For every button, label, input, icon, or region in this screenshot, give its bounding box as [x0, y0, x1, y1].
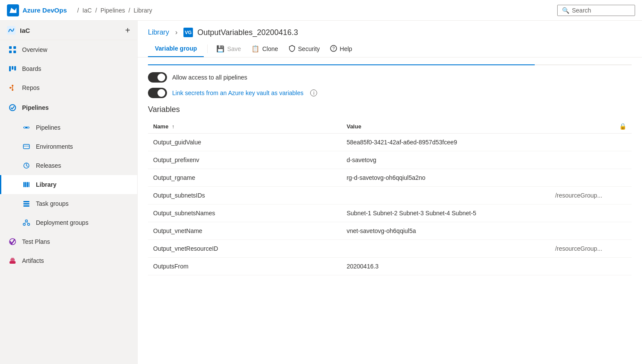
svg-text:?: ?: [333, 46, 335, 51]
add-button[interactable]: +: [125, 26, 130, 35]
clone-icon: 📋: [251, 45, 260, 53]
info-icon[interactable]: i: [310, 89, 317, 96]
sidebar-project-title: IaC: [7, 26, 30, 35]
var-value-cell: /resourceGroup...: [341, 187, 607, 204]
security-button[interactable]: Security: [283, 42, 325, 57]
toggle-knob-2: [157, 89, 165, 97]
var-value-cell: d-savetovg: [341, 151, 607, 169]
svg-rect-2: [9, 46, 12, 49]
var-lock-cell[interactable]: [607, 134, 632, 151]
var-lock-cell[interactable]: [607, 204, 632, 222]
variables-table: Name ↑ Value 🔒 Output_guidValue58ea85f0-…: [148, 119, 632, 275]
main-content: Library › VG OutputVariables_20200416.3 …: [138, 21, 642, 364]
library-icon: [22, 180, 31, 189]
sidebar-item-label: Test Plans: [22, 238, 50, 245]
topbar-breadcrumb: / IaC / Pipelines / Library: [77, 7, 557, 14]
sidebar-item-label: Deployment groups: [36, 219, 88, 226]
tab-variable-group[interactable]: Variable group: [148, 41, 204, 57]
sidebar-item-repos[interactable]: Repos: [0, 78, 137, 97]
svg-point-11: [10, 87, 11, 89]
var-lock-cell[interactable]: [607, 258, 632, 275]
lock-header-icon: 🔒: [619, 123, 626, 130]
sort-arrow: ↑: [172, 124, 174, 130]
col-header-lock: 🔒: [607, 119, 632, 134]
sidebar: IaC + Overview Boards Repos: [0, 21, 138, 364]
sidebar-item-pipelines-header[interactable]: Pipelines: [0, 97, 137, 118]
svg-rect-18: [23, 144, 29, 149]
svg-rect-27: [23, 205, 29, 207]
content-body: Allow access to all pipelines Link secre…: [138, 57, 642, 282]
toolbar-separator: [207, 45, 208, 53]
deployment-groups-icon: [22, 218, 31, 227]
iac-icon: [7, 26, 16, 35]
toggle-link-secrets[interactable]: [148, 88, 167, 98]
sidebar-item-label: Repos: [22, 84, 39, 91]
breadcrumb-sep-1: /: [95, 7, 97, 14]
var-lock-cell[interactable]: [607, 169, 632, 187]
search-box[interactable]: 🔍 Search: [557, 5, 635, 16]
var-lock-cell[interactable]: [607, 240, 632, 258]
search-icon: 🔍: [562, 7, 569, 14]
repos-icon: [8, 83, 17, 92]
help-button[interactable]: ? Help: [325, 42, 357, 57]
sidebar-item-label: Environments: [36, 143, 73, 150]
toggle-link-secrets-label[interactable]: Link secrets from an Azure key vault as …: [172, 89, 303, 96]
var-name-cell: Output_vnetName: [148, 222, 341, 240]
sidebar-item-environments[interactable]: Environments: [0, 137, 137, 156]
svg-point-9: [12, 85, 13, 86]
table-row[interactable]: Output_vnetNamevnet-savetovg-oh6qqiul5a: [148, 222, 632, 240]
sidebar-item-library[interactable]: Library: [0, 175, 137, 194]
save-button[interactable]: 💾 Save: [211, 42, 246, 56]
breadcrumb-iac[interactable]: IaC: [82, 7, 92, 14]
page-header: Library › VG OutputVariables_20200416.3: [138, 21, 642, 37]
boards-icon: [8, 64, 17, 73]
project-name: IaC: [20, 27, 30, 34]
toggle-allow-pipelines[interactable]: [148, 72, 167, 83]
sidebar-item-test-plans[interactable]: Test Plans: [0, 232, 137, 251]
sidebar-item-overview[interactable]: Overview: [0, 40, 137, 59]
var-value-cell: 58ea85f0-3421-42af-a6ed-8957d53fcee9: [341, 134, 607, 151]
breadcrumb-sep-0: /: [77, 7, 79, 14]
var-lock-cell[interactable]: [607, 222, 632, 240]
clone-button[interactable]: 📋 Clone: [246, 42, 283, 56]
library-breadcrumb-link[interactable]: Library: [148, 29, 169, 36]
svg-rect-26: [23, 203, 29, 204]
sidebar-item-label: Overview: [22, 46, 47, 53]
sidebar-item-label: Task groups: [36, 200, 68, 207]
save-label: Save: [227, 45, 241, 52]
sidebar-item-task-groups[interactable]: Task groups: [0, 194, 137, 213]
var-name-cell: Output_subnetsNames: [148, 204, 341, 222]
table-row[interactable]: Output_prefixenvd-savetovg: [148, 151, 632, 169]
topbar: Azure DevOps / IaC / Pipelines / Library…: [0, 0, 642, 21]
help-icon: ?: [330, 45, 337, 53]
logo-text: Azure DevOps: [22, 6, 67, 14]
svg-point-29: [23, 224, 26, 226]
sidebar-item-releases[interactable]: Releases: [0, 156, 137, 175]
sidebar-item-artifacts[interactable]: Artifacts: [0, 251, 137, 270]
breadcrumb-library[interactable]: Library: [134, 7, 152, 14]
table-row[interactable]: Output_subnetsNamesSubnet-1 Subnet-2 Sub…: [148, 204, 632, 222]
sidebar-item-deployment-groups[interactable]: Deployment groups: [0, 213, 137, 232]
table-row[interactable]: Output_vnetResourceID/resourceGroup...: [148, 240, 632, 258]
svg-point-30: [28, 224, 30, 226]
table-row[interactable]: OutputsFrom20200416.3: [148, 258, 632, 275]
table-row[interactable]: Output_subnetsIDs/resourceGroup...: [148, 187, 632, 204]
security-label: Security: [298, 45, 320, 52]
sidebar-item-label: Boards: [22, 65, 41, 72]
var-value-cell: /resourceGroup...: [341, 240, 607, 258]
var-lock-cell[interactable]: [607, 187, 632, 204]
table-row[interactable]: Output_guidValue58ea85f0-3421-42af-a6ed-…: [148, 134, 632, 151]
logo[interactable]: Azure DevOps: [7, 4, 67, 16]
environments-icon: [22, 142, 31, 151]
sidebar-item-pipelines[interactable]: Pipelines: [0, 118, 137, 137]
variables-section-title: Variables: [148, 105, 632, 114]
breadcrumb-pipelines[interactable]: Pipelines: [100, 7, 125, 14]
col-header-name[interactable]: Name ↑: [148, 119, 341, 134]
sidebar-item-boards[interactable]: Boards: [0, 59, 137, 78]
svg-rect-6: [9, 66, 11, 71]
svg-rect-34: [10, 261, 16, 264]
table-row[interactable]: Output_rgnamerg-d-savetovg-oh6qqiul5a2no: [148, 169, 632, 187]
var-lock-cell[interactable]: [607, 151, 632, 169]
toggle-allow-pipelines-label: Allow access to all pipelines: [172, 74, 247, 81]
sidebar-item-label: Pipelines: [36, 124, 61, 131]
